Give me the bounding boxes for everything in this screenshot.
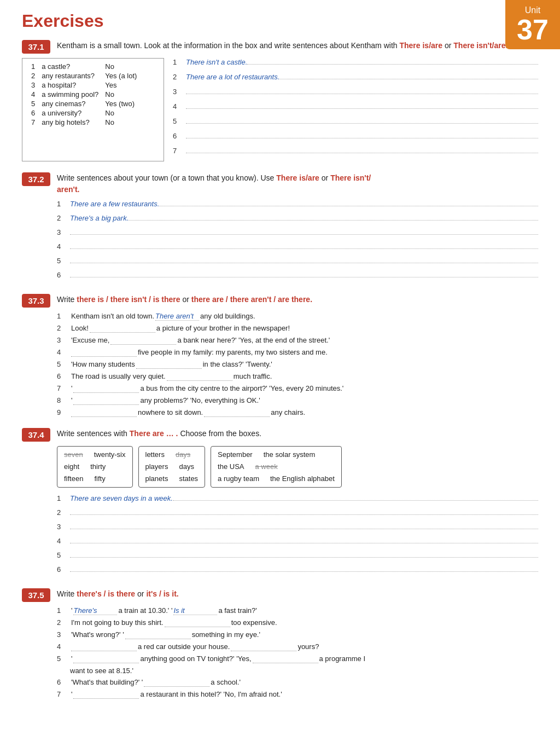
section-375: 37.5 Write there's / is there or it's / … — [22, 588, 538, 699]
list-item: 3 — [57, 523, 538, 535]
list-item: 3 — [57, 228, 538, 240]
list-item: 4 — [57, 242, 538, 254]
section-375-instruction: Write there's / is there or it's / is it… — [57, 588, 179, 600]
table-row: 3a hospital?Yes — [28, 80, 140, 90]
list-item: 6 — [173, 132, 538, 144]
section-375-badge: 37.5 — [22, 588, 50, 602]
section-374-content: seven twenty-six eight thirty fifteen fi… — [57, 446, 538, 577]
section-373-instruction: Write there is / there isn't / is there … — [57, 294, 312, 305]
section-371-header: 37.1 Kentham is a small town. Look at th… — [22, 40, 538, 54]
word-box-nouns: letters days players days planets states — [138, 446, 206, 488]
list-item: 6 — [57, 565, 538, 577]
section-372-badge: 37.2 — [22, 172, 50, 186]
section-372: 37.2 Write sentences about your town (or… — [22, 172, 538, 283]
list-item: 2 I'm not going to buy this shirt. too e… — [57, 618, 538, 627]
table-row: 7any big hotels?No — [28, 118, 140, 127]
list-item: 2There's a big park. — [57, 214, 538, 226]
section-373: 37.3 Write there is / there isn't / is t… — [22, 294, 538, 417]
table-row: 5any cinemas?Yes (two) — [28, 99, 140, 108]
word-box-phrases: September the solar system the USA a wee… — [211, 446, 342, 488]
list-item: 6 — [57, 271, 538, 283]
section-374-badge: 37.4 — [22, 428, 50, 442]
list-item-continuation: want to see at 8.15.' — [70, 667, 538, 675]
table-row: 4a swimming pool?No — [28, 90, 140, 99]
list-item: 3 — [173, 88, 538, 100]
table-row: 6a university?No — [28, 108, 140, 118]
section-374-header: 37.4 Write sentences with There are … . … — [22, 428, 538, 442]
list-item: 4 — [57, 537, 538, 549]
unit-number: 37 — [517, 15, 549, 44]
list-item: 1There are a few restaurants. — [57, 200, 538, 212]
list-item: 3 'What's wrong?' ' something in my eye.… — [57, 630, 538, 639]
section-371-instruction: Kentham is a small town. Look at the inf… — [57, 40, 517, 51]
section-371: 37.1 Kentham is a small town. Look at th… — [22, 40, 538, 161]
exercise-371-body: 1a castle?No 2any restaurants?Yes (a lot… — [22, 58, 538, 161]
table-row: 1a castle?No — [28, 62, 140, 71]
list-item: 1 ' There's a train at 10.30.' ' Is it a… — [57, 606, 538, 615]
table-row: 2any restaurants?Yes (a lot) — [28, 71, 140, 80]
list-item: 5 — [173, 117, 538, 129]
page-title: Exercises — [22, 11, 538, 31]
list-item: 7 ' a bus from the city centre to the ai… — [57, 384, 538, 393]
section-373-header: 37.3 Write there is / there isn't / is t… — [22, 294, 538, 308]
section-372-instruction: Write sentences about your town (or a to… — [57, 172, 371, 195]
section-372-header: 37.2 Write sentences about your town (or… — [22, 172, 538, 195]
list-item: 8 ' any problems?' 'No, everything is OK… — [57, 396, 538, 405]
section-373-badge: 37.3 — [22, 294, 50, 308]
list-item: 5 — [57, 257, 538, 269]
list-item: 1There isn't a castle. — [173, 58, 538, 70]
word-boxes: seven twenty-six eight thirty fifteen fi… — [57, 446, 538, 488]
list-item: 7 ' a restaurant in this hotel?' 'No, I'… — [57, 690, 538, 699]
list-item: 2There are a lot of restaurants. — [173, 73, 538, 85]
list-item: 4 five people in my family: my parents, … — [57, 348, 538, 357]
list-item: 3 'Excuse me, a bank near here?' 'Yes, a… — [57, 336, 538, 345]
list-item: 4 a red car outside your house. yours? — [57, 642, 538, 651]
list-item: 5 — [57, 551, 538, 563]
section-371-badge: 37.1 — [22, 40, 50, 54]
list-item: 1There are seven days in a week. — [57, 494, 538, 506]
list-item: 5 'How many students in the class?' 'Twe… — [57, 360, 538, 369]
section-372-content: 1There are a few restaurants. 2There's a… — [57, 200, 538, 283]
list-item: 4 — [173, 102, 538, 114]
list-item: 2 — [57, 508, 538, 520]
section-373-content: 1 Kentham isn't an old town. There aren'… — [57, 312, 538, 417]
word-box-numbers: seven twenty-six eight thirty fifteen fi… — [57, 446, 133, 488]
list-item: 1 Kentham isn't an old town. There aren'… — [57, 312, 538, 321]
section-374: 37.4 Write sentences with There are … . … — [22, 428, 538, 577]
list-item: 9 nowhere to sit down. any chairs. — [57, 408, 538, 417]
list-item: 2 Look! a picture of your brother in the… — [57, 324, 538, 333]
list-item: 5 ' anything good on TV tonight?' 'Yes, … — [57, 655, 538, 663]
list-item: 6 The road is usually very quiet. much t… — [57, 372, 538, 381]
unit-badge: Unit 37 — [505, 0, 560, 49]
list-item: 7 — [173, 147, 538, 159]
exercise-371-table: 1a castle?No 2any restaurants?Yes (a lot… — [22, 58, 164, 161]
list-item: 6 'What's that building?' ' a school.' — [57, 678, 538, 687]
section-375-header: 37.5 Write there's / is there or it's / … — [22, 588, 538, 602]
exercise-371-answers: 1There isn't a castle. 2There are a lot … — [173, 58, 538, 161]
section-375-content: 1 ' There's a train at 10.30.' ' Is it a… — [57, 606, 538, 699]
section-374-instruction: Write sentences with There are … . Choos… — [57, 428, 261, 439]
